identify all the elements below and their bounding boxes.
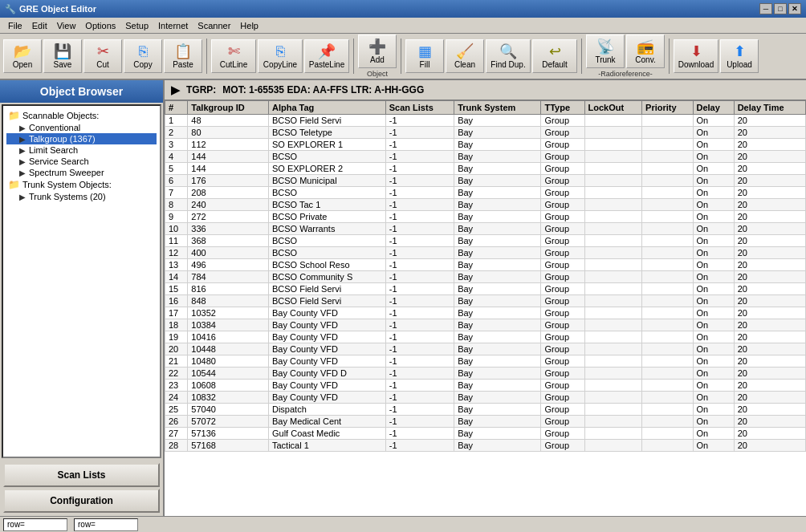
table-cell: -1 xyxy=(385,343,454,355)
open-button[interactable]: 📂 Open xyxy=(3,39,42,73)
table-row[interactable]: 2757136Gulf Coast Medic-1BayGroupOn20 xyxy=(165,428,806,440)
pasteline-button[interactable]: 📌 PasteLine xyxy=(304,39,349,73)
table-cell: Bay xyxy=(454,223,541,235)
table-row[interactable]: 6176BCSO Municipal-1BayGroupOn20 xyxy=(165,175,806,187)
findup-button[interactable]: 🔍 Find Dup. xyxy=(486,39,531,73)
table-row[interactable]: 2210544Bay County VFD D-1BayGroupOn20 xyxy=(165,368,806,380)
menu-options[interactable]: Options xyxy=(80,20,120,31)
table-cell: Bay xyxy=(454,163,541,175)
table-row[interactable]: 5144SO EXPLORER 2-1BayGroupOn20 xyxy=(165,163,806,175)
tree-talkgroup[interactable]: ▶ Talkgroup (1367) xyxy=(6,133,157,144)
table-row[interactable]: 3112SO EXPLORER 1-1BayGroupOn20 xyxy=(165,139,806,151)
table-cell: 20 xyxy=(734,295,805,307)
minimize-button[interactable]: ─ xyxy=(759,3,772,14)
table-row[interactable]: 2410832Bay County VFD-1BayGroupOn20 xyxy=(165,392,806,404)
upload-button[interactable]: ⬆ Upload xyxy=(720,39,759,73)
table-row[interactable]: 1710352Bay County VFD-1BayGroupOn20 xyxy=(165,307,806,319)
table-cell: 10352 xyxy=(188,307,269,319)
tree-conventional[interactable]: ▶ Conventional xyxy=(6,122,157,133)
table-cell: On xyxy=(693,416,734,428)
table-row[interactable]: 10336BCSO Warrants-1BayGroupOn20 xyxy=(165,223,806,235)
clean-button[interactable]: 🧹 Clean xyxy=(446,39,484,73)
table-cell: 14 xyxy=(165,271,188,283)
table-cell: On xyxy=(693,331,734,343)
table-row[interactable]: 1810384Bay County VFD-1BayGroupOn20 xyxy=(165,319,806,331)
configuration-button[interactable]: Configuration xyxy=(3,489,160,513)
table-row[interactable]: 2557040Dispatch-1BayGroupOn20 xyxy=(165,404,806,416)
table-row[interactable]: 4144BCSO-1BayGroupOn20 xyxy=(165,151,806,163)
tree-trunk-objects[interactable]: 📁 Trunk System Objects: xyxy=(6,178,157,191)
default-icon: ↩ xyxy=(549,44,561,59)
table-cell: On xyxy=(693,307,734,319)
maximize-button[interactable]: □ xyxy=(774,3,787,14)
menu-view[interactable]: View xyxy=(52,20,81,31)
table-row[interactable]: 2857168Tactical 1-1BayGroupOn20 xyxy=(165,440,806,452)
trunk-button[interactable]: 📡 Trunk xyxy=(586,35,625,68)
download-button[interactable]: ⬇ Download xyxy=(674,39,718,73)
menu-help[interactable]: Help xyxy=(235,20,263,31)
conv-button[interactable]: 📻 Conv. xyxy=(626,35,665,68)
table-row[interactable]: 12400BCSO-1BayGroupOn20 xyxy=(165,247,806,259)
tree-spectrum-sweeper[interactable]: ▶ Spectrum Sweeper xyxy=(6,167,157,178)
menu-internet[interactable]: Internet xyxy=(153,20,193,31)
col-delay: Delay xyxy=(693,101,734,115)
save-button[interactable]: 💾 Save xyxy=(43,39,82,73)
table-row[interactable]: 7208BCSO-1BayGroupOn20 xyxy=(165,187,806,199)
cutline-button[interactable]: ✄ CutLine xyxy=(211,39,256,73)
table-container[interactable]: # Talkgroup ID Alpha Tag Scan Lists Trun… xyxy=(165,100,806,516)
table-row[interactable]: 2310608Bay County VFD-1BayGroupOn20 xyxy=(165,380,806,392)
table-cell xyxy=(642,416,693,428)
status-bar: row= row= xyxy=(0,516,806,532)
tree-scannable-objects[interactable]: 📁 Scannable Objects: xyxy=(6,109,157,122)
table-row[interactable]: 16848BCSO Field Servi-1BayGroupOn20 xyxy=(165,295,806,307)
table-row[interactable]: 148BCSO Field Servi-1BayGroupOn20 xyxy=(165,115,806,127)
object-group: ➕ Add Object xyxy=(358,35,397,78)
table-cell xyxy=(642,343,693,355)
table-cell: 20 xyxy=(734,440,805,452)
arrow-trunk-systems: ▶ xyxy=(19,193,29,201)
table-row[interactable]: 2657072Bay Medical Cent-1BayGroupOn20 xyxy=(165,416,806,428)
table-row[interactable]: 9272BCSO Private-1BayGroupOn20 xyxy=(165,211,806,223)
table-cell: 20 xyxy=(734,235,805,247)
table-cell xyxy=(642,355,693,368)
add-button[interactable]: ➕ Add xyxy=(358,35,397,68)
tree-limit-search[interactable]: ▶ Limit Search xyxy=(6,144,157,156)
table-row[interactable]: 14784BCSO Community S-1BayGroupOn20 xyxy=(165,271,806,283)
close-button[interactable]: ✕ xyxy=(788,3,801,14)
table-row[interactable]: 11368BCSO-1BayGroupOn20 xyxy=(165,235,806,247)
default-button[interactable]: ↩ Default xyxy=(532,39,577,73)
menu-setup[interactable]: Setup xyxy=(120,20,153,31)
table-row[interactable]: 280BCSO Teletype-1BayGroupOn20 xyxy=(165,127,806,139)
tree-service-search[interactable]: ▶ Service Search xyxy=(6,156,157,167)
table-cell: Group xyxy=(541,331,584,343)
header-row: # Talkgroup ID Alpha Tag Scan Lists Trun… xyxy=(165,101,806,115)
tree-trunk-systems[interactable]: ▶ Trunk Systems (20) xyxy=(6,191,157,202)
table-cell: -1 xyxy=(385,127,454,139)
fill-button[interactable]: ▦ Fill xyxy=(405,39,444,73)
table-cell: Bay xyxy=(454,259,541,271)
menu-scanner[interactable]: Scanner xyxy=(193,20,235,31)
table-cell xyxy=(642,211,693,223)
table-row[interactable]: 1910416Bay County VFD-1BayGroupOn20 xyxy=(165,331,806,343)
table-row[interactable]: 15816BCSO Field Servi-1BayGroupOn20 xyxy=(165,283,806,295)
menu-edit[interactable]: Edit xyxy=(27,20,52,31)
table-cell xyxy=(584,199,642,211)
copyline-button[interactable]: ⎘ CopyLine xyxy=(258,39,303,73)
table-cell: 16 xyxy=(165,295,188,307)
sidebar: Object Browser 📁 Scannable Objects: ▶ Co… xyxy=(0,80,165,516)
table-row[interactable]: 2010448Bay County VFD-1BayGroupOn20 xyxy=(165,343,806,355)
table-cell: 20 xyxy=(734,331,805,343)
table-row[interactable]: 2110480Bay County VFD-1BayGroupOn20 xyxy=(165,355,806,368)
table-row[interactable]: 8240BCSO Tac 1-1BayGroupOn20 xyxy=(165,199,806,211)
table-cell xyxy=(642,259,693,271)
sidebar-tree[interactable]: 📁 Scannable Objects: ▶ Conventional ▶ Ta… xyxy=(2,104,161,458)
table-row[interactable]: 13496BCSO School Reso-1BayGroupOn20 xyxy=(165,259,806,271)
paste-button[interactable]: 📋 Paste xyxy=(164,39,202,73)
table-cell: 20 xyxy=(734,392,805,404)
table-cell: Group xyxy=(541,271,584,283)
copy-button[interactable]: ⎘ Copy xyxy=(124,39,162,73)
scan-lists-button[interactable]: Scan Lists xyxy=(3,463,160,487)
cut-button[interactable]: ✂ Cut xyxy=(83,39,122,73)
menu-file[interactable]: File xyxy=(3,20,27,31)
table-cell xyxy=(642,319,693,331)
